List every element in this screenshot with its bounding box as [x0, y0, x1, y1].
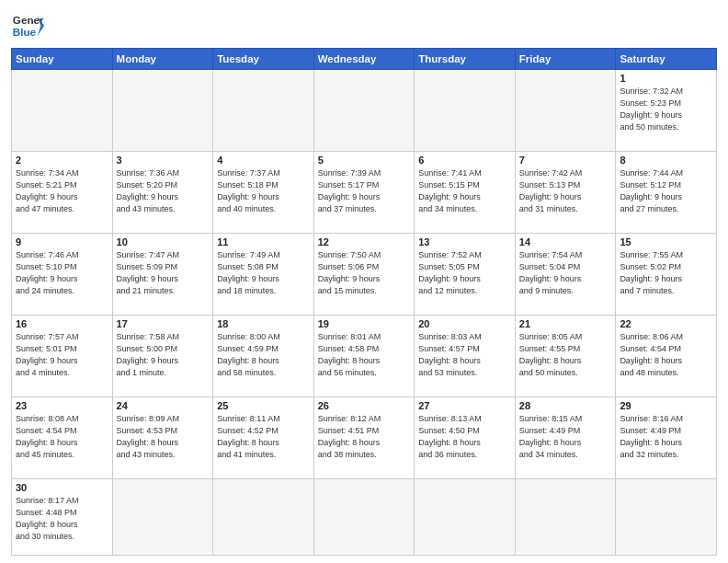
day-number: 17: [117, 318, 210, 329]
calendar-cell: 20Sunrise: 8:03 AM Sunset: 4:57 PM Dayli…: [415, 315, 516, 396]
weekday-header-tuesday: Tuesday: [213, 49, 314, 70]
calendar-cell: [313, 478, 415, 555]
day-number: 3: [117, 155, 210, 166]
calendar-cell: [12, 70, 113, 152]
calendar-cell: 2Sunrise: 7:34 AM Sunset: 5:21 PM Daylig…: [12, 151, 113, 233]
calendar-cell: 26Sunrise: 8:12 AM Sunset: 4:51 PM Dayli…: [313, 396, 415, 478]
calendar-cell: 11Sunrise: 7:49 AM Sunset: 5:08 PM Dayli…: [213, 233, 314, 315]
calendar-cell: 9Sunrise: 7:46 AM Sunset: 5:10 PM Daylig…: [12, 233, 113, 315]
day-number: 16: [16, 318, 108, 329]
day-number: 24: [117, 400, 210, 411]
day-number: 27: [418, 400, 511, 411]
calendar-cell: [213, 478, 314, 555]
day-number: 25: [217, 400, 310, 411]
day-info: Sunrise: 8:09 AM Sunset: 4:53 PM Dayligh…: [117, 413, 210, 461]
day-info: Sunrise: 7:57 AM Sunset: 5:01 PM Dayligh…: [16, 331, 108, 379]
day-info: Sunrise: 7:42 AM Sunset: 5:13 PM Dayligh…: [519, 167, 612, 215]
day-info: Sunrise: 7:34 AM Sunset: 5:21 PM Dayligh…: [16, 167, 108, 215]
day-info: Sunrise: 8:00 AM Sunset: 4:59 PM Dayligh…: [217, 331, 310, 379]
day-number: 29: [620, 400, 712, 411]
calendar-cell: 28Sunrise: 8:15 AM Sunset: 4:49 PM Dayli…: [515, 396, 616, 478]
day-number: 13: [418, 236, 511, 247]
calendar-cell: 10Sunrise: 7:47 AM Sunset: 5:09 PM Dayli…: [112, 233, 213, 315]
day-info: Sunrise: 7:54 AM Sunset: 5:04 PM Dayligh…: [519, 249, 612, 297]
day-info: Sunrise: 8:08 AM Sunset: 4:54 PM Dayligh…: [16, 413, 108, 461]
weekday-header-saturday: Saturday: [616, 49, 717, 70]
header: General Blue: [11, 9, 717, 42]
calendar-cell: [112, 70, 213, 152]
day-info: Sunrise: 7:32 AM Sunset: 5:23 PM Dayligh…: [620, 86, 712, 133]
day-info: Sunrise: 8:17 AM Sunset: 4:48 PM Dayligh…: [16, 495, 108, 543]
day-number: 1: [620, 73, 712, 84]
calendar-cell: 17Sunrise: 7:58 AM Sunset: 5:00 PM Dayli…: [112, 315, 213, 396]
day-info: Sunrise: 7:49 AM Sunset: 5:08 PM Dayligh…: [217, 249, 310, 297]
day-info: Sunrise: 8:01 AM Sunset: 4:58 PM Dayligh…: [318, 331, 411, 379]
day-number: 22: [620, 318, 712, 329]
day-number: 19: [318, 318, 411, 329]
day-number: 2: [16, 155, 108, 166]
calendar-cell: 19Sunrise: 8:01 AM Sunset: 4:58 PM Dayli…: [313, 315, 415, 396]
day-number: 23: [16, 400, 108, 411]
calendar-cell: 8Sunrise: 7:44 AM Sunset: 5:12 PM Daylig…: [616, 151, 717, 233]
calendar-cell: [616, 478, 717, 555]
week-row-1: 2Sunrise: 7:34 AM Sunset: 5:21 PM Daylig…: [12, 151, 717, 233]
day-info: Sunrise: 7:36 AM Sunset: 5:20 PM Dayligh…: [117, 167, 210, 215]
day-info: Sunrise: 7:39 AM Sunset: 5:17 PM Dayligh…: [318, 167, 411, 215]
day-info: Sunrise: 7:47 AM Sunset: 5:09 PM Dayligh…: [117, 249, 210, 297]
calendar-cell: [313, 70, 415, 152]
day-number: 9: [16, 236, 108, 247]
day-info: Sunrise: 8:03 AM Sunset: 4:57 PM Dayligh…: [418, 331, 511, 379]
weekday-header-row: SundayMondayTuesdayWednesdayThursdayFrid…: [12, 49, 717, 70]
week-row-0: 1Sunrise: 7:32 AM Sunset: 5:23 PM Daylig…: [12, 70, 717, 152]
day-number: 8: [620, 155, 712, 166]
weekday-header-monday: Monday: [112, 49, 213, 70]
logo: General Blue: [11, 9, 44, 42]
calendar-cell: 18Sunrise: 8:00 AM Sunset: 4:59 PM Dayli…: [213, 315, 314, 396]
day-info: Sunrise: 7:58 AM Sunset: 5:00 PM Dayligh…: [117, 331, 210, 379]
calendar-cell: [415, 478, 516, 555]
week-row-2: 9Sunrise: 7:46 AM Sunset: 5:10 PM Daylig…: [12, 233, 717, 315]
svg-text:Blue: Blue: [13, 26, 37, 38]
week-row-4: 23Sunrise: 8:08 AM Sunset: 4:54 PM Dayli…: [12, 396, 717, 478]
day-info: Sunrise: 7:37 AM Sunset: 5:18 PM Dayligh…: [217, 167, 310, 215]
calendar-cell: 21Sunrise: 8:05 AM Sunset: 4:55 PM Dayli…: [515, 315, 616, 396]
calendar-cell: [213, 70, 314, 152]
calendar-cell: 1Sunrise: 7:32 AM Sunset: 5:23 PM Daylig…: [616, 70, 717, 152]
day-info: Sunrise: 8:06 AM Sunset: 4:54 PM Dayligh…: [620, 331, 712, 379]
day-number: 6: [418, 155, 511, 166]
calendar-cell: 27Sunrise: 8:13 AM Sunset: 4:50 PM Dayli…: [415, 396, 516, 478]
calendar-cell: 15Sunrise: 7:55 AM Sunset: 5:02 PM Dayli…: [616, 233, 717, 315]
calendar-cell: 29Sunrise: 8:16 AM Sunset: 4:49 PM Dayli…: [616, 396, 717, 478]
day-number: 10: [117, 236, 210, 247]
week-row-3: 16Sunrise: 7:57 AM Sunset: 5:01 PM Dayli…: [12, 315, 717, 396]
day-info: Sunrise: 8:16 AM Sunset: 4:49 PM Dayligh…: [620, 413, 712, 461]
day-info: Sunrise: 7:52 AM Sunset: 5:05 PM Dayligh…: [418, 249, 511, 297]
day-number: 21: [519, 318, 612, 329]
calendar-cell: 4Sunrise: 7:37 AM Sunset: 5:18 PM Daylig…: [213, 151, 314, 233]
calendar-cell: 7Sunrise: 7:42 AM Sunset: 5:13 PM Daylig…: [515, 151, 616, 233]
day-info: Sunrise: 8:12 AM Sunset: 4:51 PM Dayligh…: [318, 413, 411, 461]
day-number: 12: [318, 236, 411, 247]
calendar-cell: 16Sunrise: 7:57 AM Sunset: 5:01 PM Dayli…: [12, 315, 113, 396]
calendar-cell: 24Sunrise: 8:09 AM Sunset: 4:53 PM Dayli…: [112, 396, 213, 478]
day-info: Sunrise: 7:44 AM Sunset: 5:12 PM Dayligh…: [620, 167, 712, 215]
calendar-cell: 30Sunrise: 8:17 AM Sunset: 4:48 PM Dayli…: [12, 478, 113, 555]
weekday-header-thursday: Thursday: [415, 49, 516, 70]
day-number: 20: [418, 318, 511, 329]
day-info: Sunrise: 7:46 AM Sunset: 5:10 PM Dayligh…: [16, 249, 108, 297]
calendar-cell: 14Sunrise: 7:54 AM Sunset: 5:04 PM Dayli…: [515, 233, 616, 315]
calendar-cell: 25Sunrise: 8:11 AM Sunset: 4:52 PM Dayli…: [213, 396, 314, 478]
day-info: Sunrise: 8:13 AM Sunset: 4:50 PM Dayligh…: [418, 413, 511, 461]
day-number: 11: [217, 236, 310, 247]
day-info: Sunrise: 8:11 AM Sunset: 4:52 PM Dayligh…: [217, 413, 310, 461]
day-number: 14: [519, 236, 612, 247]
day-info: Sunrise: 7:41 AM Sunset: 5:15 PM Dayligh…: [418, 167, 511, 215]
day-number: 5: [318, 155, 411, 166]
weekday-header-wednesday: Wednesday: [313, 49, 415, 70]
day-number: 18: [217, 318, 310, 329]
day-info: Sunrise: 8:05 AM Sunset: 4:55 PM Dayligh…: [519, 331, 612, 379]
day-number: 7: [519, 155, 612, 166]
weekday-header-sunday: Sunday: [12, 49, 113, 70]
calendar-cell: [515, 70, 616, 152]
day-info: Sunrise: 7:55 AM Sunset: 5:02 PM Dayligh…: [620, 249, 712, 297]
